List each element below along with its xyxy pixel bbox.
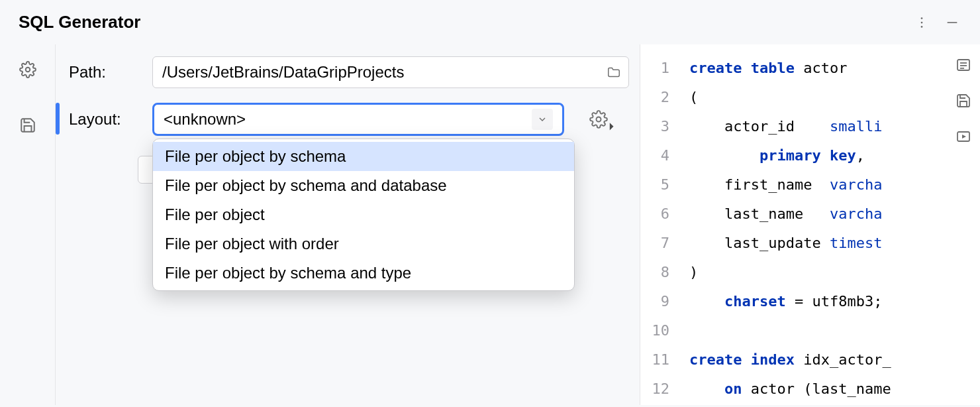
line-number: 9 (640, 287, 669, 316)
line-number: 11 (640, 345, 669, 375)
line-number: 7 (640, 229, 669, 258)
code-line (689, 316, 891, 345)
line-number: 3 (640, 112, 669, 141)
window-title: SQL Generator (19, 12, 140, 32)
layout-row: Layout: <unknown> File per object by sch… (69, 103, 629, 136)
line-number: 6 (640, 200, 669, 229)
svg-marker-11 (962, 135, 966, 139)
svg-point-0 (921, 17, 923, 19)
code-line: on actor (last_name (689, 375, 891, 404)
code-line: primary key, (689, 141, 891, 170)
svg-point-1 (921, 21, 923, 23)
line-number: 12 (640, 375, 669, 404)
line-number: 4 (640, 141, 669, 170)
code-preview: 123456789101112 create table actor( acto… (640, 44, 980, 405)
layout-label: Layout: (69, 110, 140, 129)
minimize-icon[interactable] (943, 13, 961, 32)
focus-indicator (56, 103, 60, 135)
code-line: actor_id smalli (689, 112, 891, 141)
code-line: charset = utf8mb3; (689, 287, 891, 316)
code-line: create table actor (689, 54, 891, 83)
svg-point-2 (921, 26, 923, 28)
folder-icon[interactable] (607, 65, 621, 80)
line-number: 8 (640, 258, 669, 287)
form-panel: Path: Layout: <unknown> File per ob (56, 44, 640, 405)
layout-option[interactable]: File per object (153, 200, 574, 229)
save-icon[interactable] (17, 115, 38, 136)
title-actions (912, 13, 961, 32)
layout-value: <unknown> (164, 110, 246, 129)
right-tool-rail (954, 55, 973, 146)
chevron-down-icon[interactable] (532, 109, 553, 130)
line-number: 10 (640, 316, 669, 345)
list-icon[interactable] (954, 55, 973, 75)
layout-settings-icon[interactable] (589, 110, 608, 129)
path-label: Path: (69, 63, 140, 82)
save-icon[interactable] (954, 91, 973, 111)
layout-option[interactable]: File per object by schema (153, 142, 574, 171)
line-gutter: 123456789101112 (640, 44, 677, 405)
svg-point-4 (25, 68, 30, 72)
left-tool-rail (0, 44, 56, 405)
line-number: 1 (640, 54, 669, 83)
layout-option[interactable]: File per object by schema and type (153, 259, 574, 288)
code-line: last_update timest (689, 229, 891, 258)
code-line: last_name varcha (689, 200, 891, 229)
code-body: create table actor( actor_id smalli prim… (677, 44, 891, 405)
layout-option[interactable]: File per object with order (153, 229, 574, 259)
code-line: create index idx_actor_ (689, 345, 891, 375)
more-icon[interactable] (912, 13, 931, 32)
layout-combo[interactable]: <unknown> File per object by schema File… (152, 103, 564, 136)
layout-option[interactable]: File per object by schema and database (153, 171, 574, 200)
layout-dropdown: File per object by schema File per objec… (152, 139, 575, 291)
code-line: ) (689, 258, 891, 287)
path-input[interactable] (152, 56, 629, 88)
run-icon[interactable] (954, 127, 973, 146)
path-row: Path: (69, 56, 629, 88)
code-line: first_name varcha (689, 170, 891, 200)
title-bar: SQL Generator (0, 0, 980, 44)
svg-point-5 (597, 117, 601, 122)
line-number: 5 (640, 170, 669, 200)
settings-icon[interactable] (17, 59, 38, 80)
line-number: 2 (640, 83, 669, 112)
code-line: ( (689, 83, 891, 112)
